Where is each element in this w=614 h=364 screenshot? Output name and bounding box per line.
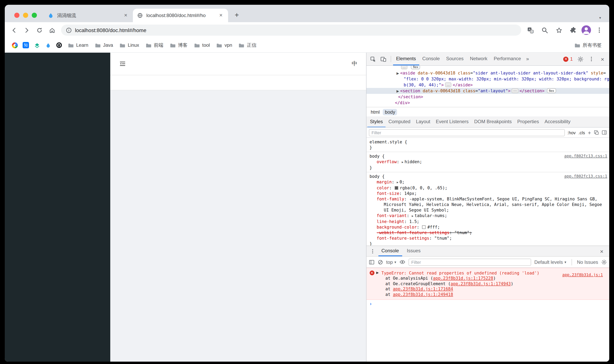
computed-styles-icon[interactable]	[594, 130, 599, 135]
site-info-icon[interactable]	[66, 27, 72, 33]
tab-search-button[interactable]: ▾	[595, 14, 605, 21]
stack-link[interactable]: app.23f8b31d.js:1:249418	[393, 292, 453, 297]
css-declaration[interactable]: background-color: #fff;	[368, 224, 608, 230]
console-filter-input[interactable]	[408, 259, 531, 266]
tab-performance[interactable]: Performance	[490, 53, 524, 65]
style-rule-element[interactable]: element.style { }	[366, 138, 609, 152]
dom-node-aside-style[interactable]: "flex: 0 0 320px; max-width: 320px; min-…	[366, 76, 609, 82]
new-style-rule-icon[interactable]: +	[588, 129, 591, 136]
console-context-selector[interactable]: top ▾	[386, 259, 396, 265]
close-window-button[interactable]	[14, 13, 19, 18]
console-sidebar-icon[interactable]	[369, 259, 374, 265]
close-tab-icon[interactable]: ×	[123, 12, 129, 19]
inspect-element-button[interactable]	[368, 54, 378, 64]
minimize-window-button[interactable]	[23, 13, 28, 18]
bookmark-folder-vpn[interactable]: vpn	[213, 40, 235, 50]
stack-link[interactable]: app.23f8b31d.js:1:171684	[393, 286, 453, 291]
stack-link[interactable]: app.23f8b31d.js:1:174943	[451, 281, 511, 286]
breadcrumb-html[interactable]: html	[369, 109, 382, 115]
style-rule-body-2[interactable]: app.f802fc13.css:1 body { margin: ▸ 0; c…	[366, 172, 609, 246]
dom-node-aside-end[interactable]: b(30, 40, 44);">…</aside>	[366, 82, 609, 88]
log-levels-selector[interactable]: Default levels ▾	[534, 259, 566, 265]
tab-network[interactable]: Network	[467, 53, 490, 65]
bookmark-folder-blog[interactable]: 博客	[167, 40, 190, 50]
expand-arrow-icon[interactable]: ▶	[376, 270, 379, 276]
dom-tree-node[interactable]: …flex	[366, 66, 609, 70]
tab-event-listeners[interactable]: Event Listeners	[433, 117, 471, 127]
devtools-menu-button[interactable]	[586, 54, 597, 64]
bookmark-folder-linux[interactable]: Linux	[117, 40, 142, 50]
devtools-settings-button[interactable]	[575, 54, 586, 64]
tab-issues[interactable]: Issues	[404, 246, 424, 256]
github-icon[interactable]	[54, 40, 64, 50]
console-prompt[interactable]: ›	[366, 300, 609, 308]
dom-node-close-section[interactable]: </section>	[366, 94, 609, 100]
back-button[interactable]	[8, 24, 20, 36]
styles-filter-input[interactable]	[369, 129, 565, 136]
css-declaration[interactable]: color: rgba(0, 0, 0, .65);	[368, 185, 608, 191]
tab-dom-breakpoints[interactable]: DOM Breakpoints	[471, 117, 515, 127]
bookmark-folder-learn[interactable]: Learn	[65, 40, 91, 50]
stylesheet-link[interactable]: app.f802fc13.css:1	[564, 174, 607, 178]
css-brace[interactable]: }	[368, 241, 608, 246]
devtools-close-button[interactable]: ×	[597, 54, 608, 64]
css-declaration[interactable]: overflow: ▸ hidden;	[368, 159, 608, 165]
tab-accessibility[interactable]: Accessibility	[542, 117, 573, 127]
more-tabs-icon[interactable]: »	[524, 53, 531, 65]
css-brace[interactable]: }	[368, 165, 608, 170]
droplet-icon[interactable]	[43, 40, 53, 50]
browser-tab-active[interactable]: localhost:8080/doc.html#/ho ×	[133, 9, 228, 22]
all-bookmarks-button[interactable]: 所有书签	[572, 40, 604, 50]
toggle-hover-button[interactable]: :hov	[567, 130, 576, 135]
css-declaration[interactable]: font-size: 14px;	[368, 191, 608, 196]
dom-node-close-div[interactable]: </div>	[366, 100, 609, 106]
sidebar-panel-icon[interactable]	[602, 130, 607, 135]
browser-tab[interactable]: 涓涓细流 ×	[44, 9, 133, 22]
tab-console[interactable]: Console	[419, 53, 443, 65]
home-button[interactable]	[46, 24, 58, 36]
zoom-icon[interactable]	[539, 24, 551, 36]
tab-elements[interactable]: Elements	[393, 53, 419, 65]
live-expression-eye-icon[interactable]	[399, 259, 405, 265]
dom-node-section-selected[interactable]: ▶ <section data-v-00643d18 class="ant-la…	[366, 88, 609, 94]
console-menu-button[interactable]	[369, 246, 377, 256]
toggle-class-button[interactable]: .cls	[578, 130, 585, 135]
tab-sources[interactable]: Sources	[443, 53, 467, 65]
close-tab-icon[interactable]: ×	[218, 12, 224, 19]
layers-icon[interactable]	[32, 40, 42, 50]
browser-menu-icon[interactable]	[593, 24, 605, 36]
tab-properties[interactable]: Properties	[515, 117, 542, 127]
issues-counter[interactable]: No Issues	[577, 259, 598, 265]
error-count-badge[interactable]: ✕1	[562, 56, 574, 62]
css-brace[interactable]: }	[368, 144, 608, 150]
css-declaration[interactable]: font-variant: ▸ tabular-nums;	[368, 213, 608, 219]
css-declaration[interactable]: font-feature-settings: "tnum";	[368, 235, 608, 241]
zhihu-icon[interactable]: 知	[21, 40, 31, 50]
bookmark-folder-zhengxin[interactable]: 正信	[236, 40, 259, 50]
clear-console-icon[interactable]	[377, 259, 383, 265]
bookmark-folder-frontend[interactable]: 前端	[143, 40, 166, 50]
css-declaration[interactable]: line-height: 1.5;	[368, 219, 608, 224]
bookmark-star-icon[interactable]	[553, 24, 565, 36]
css-selector[interactable]: element.style {	[368, 139, 608, 144]
google-icon[interactable]	[10, 40, 20, 50]
forward-button[interactable]	[21, 24, 32, 36]
console-settings-icon[interactable]	[601, 259, 607, 265]
breadcrumb-body[interactable]: body	[383, 109, 397, 115]
reload-button[interactable]	[33, 24, 45, 36]
css-declaration[interactable]: font-family: -apple-system, BlinkMacSyst…	[368, 196, 608, 213]
translate-icon[interactable]: Aa	[524, 24, 536, 36]
bookmark-folder-java[interactable]: Java	[92, 40, 116, 50]
css-declaration[interactable]: -webkit-font-feature-settings: "tnum";	[368, 230, 608, 235]
profile-avatar[interactable]	[582, 25, 591, 35]
error-source-link[interactable]: app.23f8b31d.js:1	[562, 272, 603, 278]
style-rule-body-1[interactable]: app.f802fc13.css:1 body { overflow: ▸ hi…	[366, 152, 609, 172]
stack-link[interactable]: app.23f8b31d.js:1:175228	[433, 276, 493, 280]
tab-console-drawer[interactable]: Console	[378, 246, 402, 256]
console-close-button[interactable]: ×	[597, 246, 607, 256]
tab-computed[interactable]: Computed	[386, 117, 413, 127]
dom-node-aside[interactable]: ▶ <aside data-v-00643d18 class="sider an…	[366, 70, 609, 76]
device-toolbar-button[interactable]	[378, 54, 389, 64]
extensions-icon[interactable]	[567, 24, 579, 36]
zoom-window-button[interactable]	[32, 13, 37, 18]
